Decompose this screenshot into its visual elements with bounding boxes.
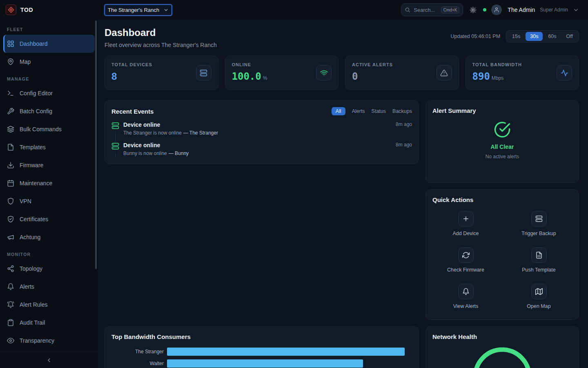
- sidebar-item-audit-trail[interactable]: Audit Trail: [0, 314, 98, 332]
- sidebar-item-config-editor[interactable]: Config Editor: [0, 84, 98, 102]
- page-subtitle: Fleet overview across The Stranger's Ran…: [105, 42, 217, 48]
- stat-label: ACTIVE ALERTS: [352, 62, 393, 67]
- sidebar-item-topology[interactable]: Topology: [0, 260, 98, 278]
- bell-icon: [7, 283, 14, 290]
- stat-label: ONLINE: [232, 62, 267, 67]
- sidebar-item-bulk-commands[interactable]: Bulk Commands: [0, 120, 98, 138]
- event-device: — The Stranger: [183, 130, 218, 136]
- alert-summary-detail: No active alerts: [486, 154, 519, 159]
- filter-backups[interactable]: Backups: [392, 108, 412, 114]
- sidebar-item-label: Config Editor: [20, 90, 53, 96]
- quick-action-open-map[interactable]: Open Map: [506, 284, 572, 309]
- recent-events-card: Recent Events All Alerts Status Backups: [105, 100, 419, 164]
- main-grid: Recent Events All Alerts Status Backups: [105, 100, 579, 368]
- event-title: Device online: [123, 142, 189, 148]
- bandwidth-card-title: Top Bandwidth Consumers: [111, 333, 412, 340]
- stat-card-active-alerts: ACTIVE ALERTS 0: [345, 56, 459, 90]
- bell-ring-icon: [7, 301, 14, 308]
- layers-icon: [7, 126, 14, 133]
- sidebar-item-achtung[interactable]: Achtung: [0, 228, 98, 246]
- user-menu-button[interactable]: [573, 7, 579, 13]
- quick-action-label: Trigger Backup: [521, 231, 556, 236]
- refresh-option-15s[interactable]: 15s: [508, 32, 525, 41]
- refresh-option-60s[interactable]: 60s: [543, 32, 561, 41]
- sidebar-item-certificates[interactable]: Certificates: [0, 210, 98, 228]
- sidebar-item-transparency[interactable]: Transparency: [0, 332, 98, 350]
- sidebar-item-label: Audit Trail: [20, 319, 45, 326]
- sidebar-item-maintenance[interactable]: Maintenance: [0, 174, 98, 192]
- quick-action-view-alerts[interactable]: View Alerts: [432, 284, 499, 309]
- sidebar-scrollbar[interactable]: [95, 20, 97, 269]
- refresh-option-30s[interactable]: 30s: [526, 32, 543, 41]
- event-description: The Stranger is now online— The Stranger: [123, 130, 218, 136]
- network-health-card: Network Health 100: [425, 326, 579, 368]
- site-selector-value: The Stranger's Ranch: [108, 7, 159, 13]
- megaphone-icon: [7, 233, 14, 241]
- alert-triangle-icon: [437, 65, 452, 81]
- server-icon: [111, 142, 119, 150]
- topbar: The Stranger's Ranch Cmd+K The Admin Sup…: [98, 0, 588, 20]
- stat-value: 890Mbps: [472, 71, 522, 82]
- network-health-value: 100: [471, 346, 533, 368]
- filter-all[interactable]: All: [332, 107, 345, 115]
- bandwidth-device-label: Walter: [111, 361, 164, 366]
- topology-icon: [7, 265, 14, 272]
- theme-toggle-button[interactable]: [468, 5, 478, 15]
- bandwidth-bar: [167, 359, 363, 368]
- quick-action-trigger-backup[interactable]: Trigger Backup: [506, 211, 572, 236]
- search-box[interactable]: Cmd+K: [401, 3, 463, 16]
- check-circle-icon: [494, 121, 511, 138]
- avatar[interactable]: [491, 4, 502, 15]
- app-window: TOD FLEET Dashboard Map MANAGE Config Ed…: [0, 0, 588, 368]
- stat-unit: Mbps: [492, 75, 503, 81]
- refresh-option-off[interactable]: Off: [562, 32, 577, 41]
- quick-action-label: View Alerts: [453, 303, 479, 309]
- search-input[interactable]: [413, 7, 438, 13]
- bandwidth-row: Walter: [111, 359, 412, 368]
- file-icon: [7, 144, 14, 151]
- terminal-icon: [7, 90, 14, 97]
- sidebar-item-templates[interactable]: Templates: [0, 138, 98, 156]
- file-code-icon: [531, 247, 547, 263]
- network-health-gauge: 100: [471, 346, 533, 368]
- quick-actions-title: Quick Actions: [432, 196, 572, 203]
- event-device: — Bunny: [169, 150, 189, 156]
- stat-label: TOTAL DEVICES: [111, 62, 152, 67]
- sun-icon: [470, 7, 477, 13]
- sidebar-item-firmware[interactable]: Firmware: [0, 156, 98, 174]
- quick-action-check-firmware[interactable]: Check Firmware: [432, 247, 499, 273]
- event-title: Device online: [123, 121, 218, 128]
- alert-summary-status: All Clear: [491, 144, 514, 150]
- search-shortcut-badge: Cmd+K: [441, 7, 460, 13]
- site-selector[interactable]: The Stranger's Ranch: [105, 4, 172, 16]
- stat-label: TOTAL BANDWIDTH: [472, 62, 522, 67]
- sidebar-item-label: Alerts: [20, 283, 34, 290]
- quick-action-push-template[interactable]: Push Template: [506, 247, 572, 273]
- dashboard-content: Dashboard Fleet overview across The Stra…: [98, 20, 588, 368]
- quick-actions-card: Quick Actions Add Device Trigger Backup: [425, 189, 579, 320]
- clipboard-icon: [7, 319, 14, 326]
- stat-unit: %: [263, 75, 267, 81]
- sidebar-item-dashboard[interactable]: Dashboard: [3, 35, 95, 53]
- sidebar-item-alert-rules[interactable]: Alert Rules: [0, 296, 98, 314]
- filter-status[interactable]: Status: [372, 108, 386, 114]
- sidebar-item-alerts[interactable]: Alerts: [0, 278, 98, 296]
- wrench-icon: [7, 108, 14, 115]
- page-header: Dashboard Fleet overview across The Stra…: [105, 27, 579, 48]
- connection-status-dot: [483, 8, 486, 11]
- stat-value: 100.0%: [232, 71, 267, 82]
- refresh-interval-control: 15s 30s 60s Off: [506, 30, 579, 43]
- sidebar-item-map[interactable]: Map: [0, 53, 98, 71]
- sidebar-collapse-button[interactable]: [0, 352, 98, 368]
- stats-grid: TOTAL DEVICES 8 ONLINE 100.0% ACTIVE ALE…: [105, 56, 579, 90]
- sidebar-item-vpn[interactable]: VPN: [0, 192, 98, 210]
- quick-action-add-device[interactable]: Add Device: [432, 211, 499, 236]
- sidebar-item-label: Batch Config: [20, 108, 52, 114]
- filter-alerts[interactable]: Alerts: [352, 108, 365, 114]
- sidebar-item-batch-config[interactable]: Batch Config: [0, 102, 98, 120]
- sidebar-item-label: Dashboard: [20, 40, 48, 47]
- bandwidth-row: The Stranger: [111, 348, 412, 356]
- stat-card-online: ONLINE 100.0%: [225, 56, 339, 90]
- network-health-title: Network Health: [432, 333, 572, 340]
- right-column: Alert Summary All Clear No active alerts…: [425, 100, 579, 320]
